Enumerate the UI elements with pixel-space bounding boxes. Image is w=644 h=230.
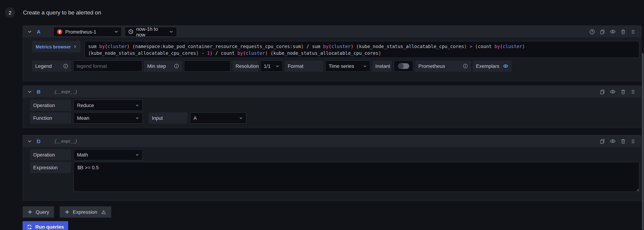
operation-value: Math bbox=[77, 152, 88, 158]
expression-b-actions bbox=[600, 86, 636, 98]
chevron-down-icon bbox=[135, 103, 139, 107]
expression-panel-d: D (__expr__) Operation bbox=[22, 135, 642, 201]
expr-type-badge: (__expr__) bbox=[55, 138, 77, 144]
prometheus-icon bbox=[57, 29, 62, 35]
toggle-knob bbox=[398, 63, 404, 69]
warning-icon bbox=[101, 209, 106, 215]
function-select[interactable]: Mean bbox=[74, 112, 143, 124]
clock-icon bbox=[128, 29, 134, 34]
exemplars-label-text: Exemplars bbox=[476, 63, 499, 69]
info-icon[interactable] bbox=[463, 64, 468, 69]
chevron-down-icon bbox=[169, 30, 173, 34]
operation-label: Operation bbox=[30, 100, 71, 111]
min-step-label-text: Min step bbox=[147, 63, 166, 69]
copy-icon[interactable] bbox=[600, 138, 605, 144]
expression-label: Expression bbox=[30, 162, 71, 173]
operation-select[interactable]: Reduce bbox=[74, 100, 143, 111]
page-title: Create a query to be alerted on bbox=[23, 9, 101, 16]
step-header: 2 Create a query to be alerted on bbox=[5, 8, 101, 18]
info-icon[interactable] bbox=[63, 64, 68, 69]
operation-label: Operation bbox=[30, 149, 71, 160]
query-a-actions bbox=[589, 26, 636, 38]
exemplars-eye-icon[interactable] bbox=[503, 63, 508, 69]
exemplars-label: Exemplars bbox=[473, 60, 512, 72]
run-queries-button[interactable]: Run queries bbox=[22, 221, 68, 230]
run-queries-row: Run queries bbox=[22, 221, 68, 230]
format-label: Format bbox=[284, 60, 324, 72]
copy-icon[interactable] bbox=[600, 29, 605, 35]
eye-icon[interactable] bbox=[610, 89, 616, 95]
expression-panel-b: B (__expr__) Operation bbox=[22, 86, 642, 128]
min-step-input[interactable] bbox=[184, 60, 230, 72]
min-step-label: Min step bbox=[144, 60, 182, 72]
metrics-browser-button[interactable]: Metrics browser bbox=[32, 41, 80, 52]
operation-select[interactable]: Math bbox=[74, 149, 143, 160]
datasource-picker[interactable]: Prometheus-1 bbox=[53, 27, 122, 37]
input-label: Input bbox=[149, 112, 188, 124]
refresh-icon bbox=[27, 224, 32, 229]
chevron-down-icon bbox=[135, 116, 139, 120]
query-panel-a: A Prometheus-1 now-1h to now bbox=[22, 26, 642, 81]
drag-handle-icon[interactable] bbox=[630, 29, 636, 35]
add-query-label: Query bbox=[36, 209, 49, 215]
legend-label: Legend bbox=[32, 60, 71, 72]
legend-format-input[interactable] bbox=[73, 60, 142, 72]
format-select[interactable]: Time series bbox=[325, 60, 370, 72]
chevron-down-icon[interactable] bbox=[27, 29, 32, 34]
drag-handle-icon[interactable] bbox=[630, 89, 636, 95]
step-number: 2 bbox=[5, 8, 15, 18]
expression-b-body: Operation Reduce Function Mean Input bbox=[23, 98, 641, 124]
add-query-button[interactable]: Query bbox=[22, 206, 54, 218]
trash-icon[interactable] bbox=[620, 29, 626, 35]
chevron-down-icon bbox=[276, 64, 279, 68]
chevron-down-icon bbox=[239, 116, 243, 120]
function-label: Function bbox=[30, 112, 71, 124]
input-value: A bbox=[194, 115, 197, 121]
function-value: Mean bbox=[77, 115, 89, 121]
run-queries-label: Run queries bbox=[35, 224, 64, 230]
resolution-label: Resolution bbox=[232, 60, 258, 72]
trash-icon[interactable] bbox=[620, 89, 626, 95]
add-expression-label: Expression bbox=[73, 209, 97, 215]
copy-icon[interactable] bbox=[600, 89, 605, 95]
expr-type-badge: (__expr__) bbox=[55, 89, 77, 94]
expression-d-body: Operation Math Expression $B >= 0.5 bbox=[23, 147, 641, 192]
query-ref-letter[interactable]: B bbox=[37, 89, 40, 95]
math-expression-input[interactable]: $B >= 0.5 bbox=[74, 162, 640, 192]
chevron-down-icon bbox=[135, 153, 139, 157]
operation-value: Reduce bbox=[77, 102, 94, 108]
datasource-type-text: Prometheus bbox=[418, 63, 445, 69]
promql-query-editor[interactable]: sum by(cluster) (namespace:kube_pod_cont… bbox=[84, 41, 640, 58]
eye-icon[interactable] bbox=[610, 29, 616, 35]
query-ref-letter[interactable]: D bbox=[37, 138, 40, 144]
chevron-down-icon bbox=[114, 30, 118, 34]
chevron-down-icon[interactable] bbox=[27, 89, 32, 94]
drag-handle-icon[interactable] bbox=[630, 138, 636, 144]
eye-icon[interactable] bbox=[610, 138, 616, 144]
add-expression-button[interactable]: Expression bbox=[60, 206, 112, 218]
plus-icon bbox=[28, 209, 32, 214]
datasource-name: Prometheus-1 bbox=[65, 29, 111, 35]
chevron-down-icon bbox=[363, 64, 367, 68]
query-footer-buttons: Query Expression bbox=[22, 206, 112, 218]
help-icon[interactable] bbox=[589, 29, 595, 35]
chevron-right-icon bbox=[73, 45, 77, 48]
trash-icon[interactable] bbox=[620, 138, 626, 144]
resolution-value: 1/1 bbox=[264, 63, 271, 69]
datasource-type-label: Prometheus bbox=[415, 60, 471, 72]
time-range-picker[interactable]: now-1h to now bbox=[125, 27, 177, 37]
chevron-down-icon[interactable] bbox=[27, 139, 32, 144]
instant-toggle[interactable] bbox=[398, 63, 409, 69]
info-icon[interactable] bbox=[174, 64, 179, 69]
page-scrollbar[interactable] bbox=[642, 53, 644, 230]
plus-icon bbox=[64, 209, 70, 214]
query-a-header: A Prometheus-1 now-1h to now bbox=[23, 26, 641, 38]
metrics-browser-label: Metrics browser bbox=[36, 44, 71, 49]
instant-label: Instant bbox=[372, 60, 392, 72]
query-ref-letter[interactable]: A bbox=[37, 29, 40, 35]
query-a-options: Legend Min step Resolution 1/1 bbox=[32, 60, 640, 72]
time-range-value: now-1h to now bbox=[136, 26, 166, 37]
instant-toggle-box bbox=[394, 60, 414, 72]
input-select[interactable]: A bbox=[190, 112, 246, 124]
resolution-select[interactable]: 1/1 bbox=[260, 60, 283, 72]
